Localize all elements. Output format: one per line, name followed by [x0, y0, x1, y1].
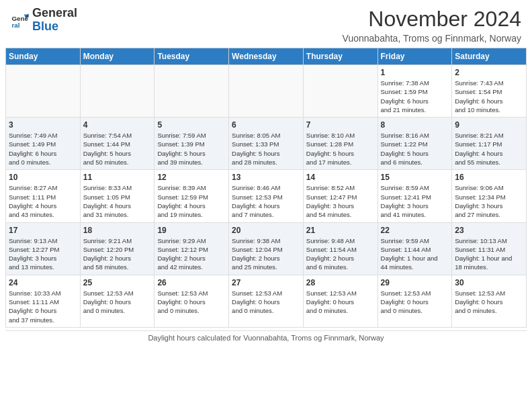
calendar-week-row: 17Sunrise: 9:13 AM Sunset: 12:27 PM Dayl…: [6, 222, 527, 275]
day-info: Sunset: 12:53 AM Daylight: 0 hours and 0…: [157, 289, 226, 316]
day-number: 15: [381, 173, 449, 182]
logo-icon: Gene ral: [11, 11, 30, 30]
table-row: 5Sunrise: 7:59 AM Sunset: 1:39 PM Daylig…: [154, 118, 229, 170]
table-row: 30Sunset: 12:53 AM Daylight: 0 hours and…: [452, 275, 527, 327]
day-number: 5: [157, 120, 226, 130]
day-number: 24: [9, 278, 77, 287]
day-info: Sunrise: 9:29 AM Sunset: 12:12 PM Daylig…: [157, 236, 226, 272]
day-number: 7: [306, 120, 375, 130]
day-number: 4: [83, 120, 152, 130]
day-number: 25: [83, 278, 152, 287]
day-number: 17: [9, 226, 77, 235]
day-info: Sunrise: 8:27 AM Sunset: 1:11 PM Dayligh…: [9, 183, 77, 219]
calendar-header-row: Sunday Monday Tuesday Wednesday Thursday…: [6, 48, 527, 65]
col-tuesday: Tuesday: [154, 48, 229, 65]
logo: Gene ral General Blue: [11, 7, 77, 34]
day-number: 22: [381, 226, 449, 235]
col-thursday: Thursday: [303, 48, 378, 65]
logo-text: General Blue: [32, 7, 77, 34]
day-info: Sunrise: 9:21 AM Sunset: 12:20 PM Daylig…: [83, 236, 152, 272]
table-row: 29Sunset: 12:53 AM Daylight: 0 hours and…: [378, 275, 452, 327]
day-number: 11: [83, 173, 152, 182]
table-row: [303, 65, 378, 118]
day-info: Sunset: 12:53 AM Daylight: 0 hours and 0…: [232, 289, 300, 316]
table-row: 3Sunrise: 7:49 AM Sunset: 1:49 PM Daylig…: [6, 118, 81, 170]
calendar-week-row: 10Sunrise: 8:27 AM Sunset: 1:11 PM Dayli…: [6, 170, 527, 222]
calendar-week-row: 3Sunrise: 7:49 AM Sunset: 1:49 PM Daylig…: [6, 118, 527, 170]
table-row: 10Sunrise: 8:27 AM Sunset: 1:11 PM Dayli…: [6, 170, 81, 222]
table-row: 26Sunset: 12:53 AM Daylight: 0 hours and…: [154, 275, 229, 327]
table-row: [80, 65, 154, 118]
table-row: 17Sunrise: 9:13 AM Sunset: 12:27 PM Dayl…: [6, 222, 81, 275]
day-number: 14: [306, 173, 375, 182]
col-wednesday: Wednesday: [229, 48, 304, 65]
table-row: [154, 65, 229, 118]
table-row: 9Sunrise: 8:21 AM Sunset: 1:17 PM Daylig…: [452, 118, 527, 170]
day-info: Sunrise: 9:59 AM Sunset: 11:44 AM Daylig…: [381, 236, 449, 272]
svg-text:ral: ral: [11, 21, 19, 29]
day-number: 2: [455, 68, 523, 77]
day-number: 10: [9, 173, 77, 182]
calendar-footer: Daylight hours calculated for Vuonnabaht…: [5, 330, 527, 345]
day-number: 30: [455, 278, 523, 287]
footer-note1: Daylight hours calculated for Vuonnabaht…: [148, 334, 384, 342]
table-row: 7Sunrise: 8:10 AM Sunset: 1:28 PM Daylig…: [303, 118, 378, 170]
day-number: 6: [232, 120, 300, 130]
day-info: Sunrise: 8:05 AM Sunset: 1:33 PM Dayligh…: [232, 131, 300, 167]
table-row: 8Sunrise: 8:16 AM Sunset: 1:22 PM Daylig…: [378, 118, 452, 170]
col-friday: Friday: [378, 48, 452, 65]
table-row: 19Sunrise: 9:29 AM Sunset: 12:12 PM Dayl…: [154, 222, 229, 275]
day-info: Sunrise: 8:33 AM Sunset: 1:05 PM Dayligh…: [83, 183, 152, 219]
location-subtitle: Vuonnabahta, Troms og Finnmark, Norway: [343, 33, 521, 44]
table-row: 22Sunrise: 9:59 AM Sunset: 11:44 AM Dayl…: [378, 222, 452, 275]
day-number: 16: [455, 173, 523, 182]
table-row: 24Sunrise: 10:33 AM Sunset: 11:11 AM Day…: [6, 275, 81, 327]
day-number: 27: [232, 278, 300, 287]
calendar-table: Sunday Monday Tuesday Wednesday Thursday…: [5, 48, 527, 328]
table-row: 6Sunrise: 8:05 AM Sunset: 1:33 PM Daylig…: [229, 118, 304, 170]
day-info: Sunset: 12:53 AM Daylight: 0 hours and 0…: [83, 289, 152, 316]
day-number: 12: [157, 173, 226, 182]
day-info: Sunrise: 7:43 AM Sunset: 1:54 PM Dayligh…: [455, 79, 523, 114]
day-info: Sunrise: 8:16 AM Sunset: 1:22 PM Dayligh…: [381, 131, 449, 167]
day-info: Sunrise: 10:13 AM Sunset: 11:31 AM Dayli…: [455, 236, 523, 272]
day-info: Sunrise: 7:49 AM Sunset: 1:49 PM Dayligh…: [9, 131, 77, 167]
day-number: 3: [9, 120, 77, 130]
table-row: 27Sunset: 12:53 AM Daylight: 0 hours and…: [229, 275, 304, 327]
month-title: November 2024: [343, 7, 521, 32]
day-number: 8: [381, 120, 449, 130]
day-info: Sunset: 12:53 AM Daylight: 0 hours and 0…: [306, 289, 375, 316]
table-row: [6, 65, 81, 118]
day-info: Sunrise: 8:59 AM Sunset: 12:41 PM Daylig…: [381, 183, 449, 219]
col-saturday: Saturday: [452, 48, 527, 65]
table-row: 18Sunrise: 9:21 AM Sunset: 12:20 PM Dayl…: [80, 222, 154, 275]
day-info: Sunrise: 9:38 AM Sunset: 12:04 PM Daylig…: [232, 236, 300, 272]
day-number: 18: [83, 226, 152, 235]
day-number: 28: [306, 278, 375, 287]
day-info: Sunrise: 8:52 AM Sunset: 12:47 PM Daylig…: [306, 183, 375, 219]
day-info: Sunrise: 10:33 AM Sunset: 11:11 AM Dayli…: [9, 289, 77, 324]
table-row: 2Sunrise: 7:43 AM Sunset: 1:54 PM Daylig…: [452, 65, 527, 118]
day-info: Sunrise: 8:39 AM Sunset: 12:59 PM Daylig…: [157, 183, 226, 219]
table-row: 25Sunset: 12:53 AM Daylight: 0 hours and…: [80, 275, 154, 327]
day-number: 9: [455, 120, 523, 130]
col-monday: Monday: [80, 48, 154, 65]
day-number: 26: [157, 278, 226, 287]
day-info: Sunrise: 9:13 AM Sunset: 12:27 PM Daylig…: [9, 236, 77, 272]
table-row: 13Sunrise: 8:46 AM Sunset: 12:53 PM Dayl…: [229, 170, 304, 222]
table-row: 20Sunrise: 9:38 AM Sunset: 12:04 PM Dayl…: [229, 222, 304, 275]
day-number: 21: [306, 226, 375, 235]
table-row: 4Sunrise: 7:54 AM Sunset: 1:44 PM Daylig…: [80, 118, 154, 170]
table-row: [229, 65, 304, 118]
page-header: Gene ral General Blue November 2024 Vuon…: [0, 0, 532, 48]
table-row: 28Sunset: 12:53 AM Daylight: 0 hours and…: [303, 275, 378, 327]
day-number: 13: [232, 173, 300, 182]
table-row: 12Sunrise: 8:39 AM Sunset: 12:59 PM Dayl…: [154, 170, 229, 222]
table-row: 11Sunrise: 8:33 AM Sunset: 1:05 PM Dayli…: [80, 170, 154, 222]
col-sunday: Sunday: [6, 48, 81, 65]
day-number: 23: [455, 226, 523, 235]
day-info: Sunrise: 8:21 AM Sunset: 1:17 PM Dayligh…: [455, 131, 523, 167]
table-row: 23Sunrise: 10:13 AM Sunset: 11:31 AM Day…: [452, 222, 527, 275]
day-info: Sunrise: 7:38 AM Sunset: 1:59 PM Dayligh…: [381, 79, 449, 114]
day-info: Sunset: 12:53 AM Daylight: 0 hours and 0…: [455, 289, 523, 316]
